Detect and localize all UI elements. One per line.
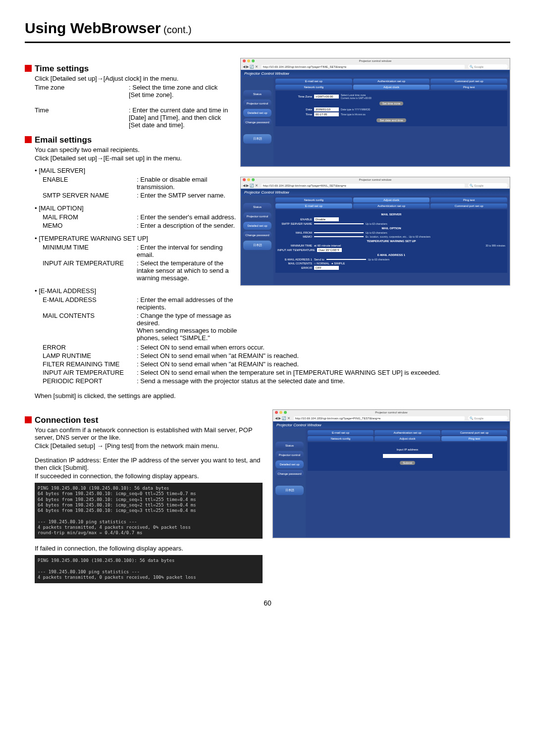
connection-test-heading: Connection test [25, 415, 263, 425]
time-settings-heading: Time settings [25, 64, 230, 74]
tab-email[interactable]: E-mail set up [275, 203, 352, 208]
set-datetime-button[interactable]: Set date and time [376, 118, 406, 122]
screenshot-adjust-clock: Projector control window ◀ ▶ 🔄 ✕ http://… [240, 58, 510, 167]
page-number: 60 [25, 599, 510, 607]
time-label: Time [35, 106, 129, 129]
screenshot-email-setup: Projector control window ◀ ▶ 🔄 ✕ http://… [240, 177, 510, 286]
simple-radio[interactable]: ● SIMPLE [331, 262, 345, 265]
time-intro: Click [Detailed set up]→[Adjust clock] i… [35, 75, 230, 82]
memo-input[interactable] [314, 236, 364, 237]
enable-select[interactable]: Disable [314, 217, 339, 221]
side-japanese[interactable]: 日本語 [275, 486, 304, 495]
side-japanese[interactable]: 日本語 [243, 134, 271, 144]
tz-desc: : Select the time zone and click [Set ti… [129, 83, 230, 99]
side-status[interactable]: Status [275, 442, 304, 450]
tz-select[interactable]: +GMT+00:00 [314, 95, 339, 99]
tz-label: Time zone [35, 83, 129, 99]
side-projector[interactable]: Projector control [243, 100, 271, 107]
side-japanese[interactable]: 日本語 [243, 241, 271, 250]
side-status[interactable]: Status [243, 203, 271, 211]
side-detailed[interactable]: Detailed set up [243, 222, 271, 230]
set-timezone-button[interactable]: Set time zone [379, 101, 404, 105]
pcw-header: Projector Control Window [241, 70, 509, 77]
url-bar[interactable]: http://10.69.104.183/cgi-bin/main.cgi?pa… [262, 184, 465, 188]
submit-note: When [submit] is clicked, the settings a… [35, 392, 510, 400]
mailfrom-input[interactable] [314, 232, 364, 233]
tab-adjust[interactable]: Adjust clock [374, 436, 440, 441]
tab-network[interactable]: Network config [275, 198, 352, 202]
grp-mailserver: • [MAIL SERVER] [35, 167, 230, 174]
side-detailed[interactable]: Detailed set up [275, 460, 304, 468]
enable-label: ENABLE [43, 175, 137, 191]
tab-ping[interactable]: Ping test [441, 436, 507, 441]
ip-input[interactable] [383, 454, 432, 458]
submit-button[interactable]: Submit [400, 461, 415, 465]
email-intro2: Click [Detailed set up]→[E-mail set up] … [35, 154, 230, 162]
side-projector[interactable]: Projector control [243, 212, 271, 220]
search-field[interactable]: 🔍 Google [468, 64, 508, 69]
tab-command[interactable]: Command port set up [430, 203, 507, 208]
tab-network[interactable]: Network config [275, 85, 352, 90]
email-intro1: You can specify two email recipients. [35, 146, 230, 153]
url-bar[interactable]: http://10.69.104.183/cgi-bin/main.cgi?pa… [262, 65, 465, 69]
screenshot-ping-test: Projector control window ◀ ▶ 🔄 ✕ http://… [272, 409, 510, 538]
tab-ping[interactable]: Ping test [430, 198, 507, 202]
ping-fail-output: PING 198.245.80.100 (198.245.80.100): 56… [35, 555, 263, 583]
search-field[interactable]: 🔍 Google [468, 183, 508, 188]
grp-tempwarn: • [TEMPERATURE WARNING SET UP] [35, 235, 230, 242]
tab-network[interactable]: Network config [308, 436, 374, 441]
tab-command[interactable]: Command port set up [441, 430, 507, 435]
tab-auth[interactable]: Authentication set up [353, 79, 430, 84]
url-bar[interactable]: http://10.69.104.183/cgi-bin/main.cgi?pa… [294, 416, 465, 420]
side-detailed[interactable]: Detailed set up [243, 109, 271, 117]
page-title: Using WebBrowser (cont.) [25, 20, 510, 43]
grp-mailoption: • [MAIL OPTION] [35, 204, 230, 212]
email-settings-heading: Email settings [25, 135, 230, 145]
side-status[interactable]: Status [243, 90, 271, 98]
iat-select[interactable]: Over 35°C/95°F [317, 248, 342, 252]
time-input[interactable]: 00:17:05 [314, 112, 339, 116]
smtp-input[interactable] [314, 223, 364, 224]
side-projector[interactable]: Projector control [275, 451, 304, 459]
grp-emailaddr: • [E-MAIL ADDRESS] [35, 287, 230, 295]
search-field[interactable]: 🔍 Google [468, 416, 508, 420]
tab-command[interactable]: Command port set up [430, 79, 507, 84]
side-password[interactable]: Change password [243, 118, 271, 126]
addr1-input[interactable] [326, 259, 366, 260]
side-password[interactable]: Change password [275, 470, 304, 478]
ping-success-output: PING 198.245.80.10 (198.245.80.10): 56 d… [35, 483, 263, 539]
tab-email[interactable]: E-mail set up [308, 430, 374, 435]
smtp-label: SMTP SERVER NAME [43, 191, 137, 200]
tab-adjust[interactable]: Adjust clock [353, 85, 430, 90]
normal-radio[interactable]: ○ NORMAL [314, 262, 329, 265]
date-input[interactable]: 2009/01/10 [314, 107, 339, 111]
error-select[interactable]: OFF [314, 266, 339, 270]
tab-ping[interactable]: Ping test [430, 85, 507, 90]
tab-adjust[interactable]: Adjust clock [353, 198, 430, 202]
tab-auth[interactable]: Authentication set up [353, 203, 430, 208]
tab-auth[interactable]: Authentication set up [374, 430, 440, 435]
tab-email[interactable]: E-mail set up [275, 79, 352, 84]
side-password[interactable]: Change password [243, 231, 271, 239]
time-desc: : Enter the current date and time in [Da… [129, 106, 230, 129]
